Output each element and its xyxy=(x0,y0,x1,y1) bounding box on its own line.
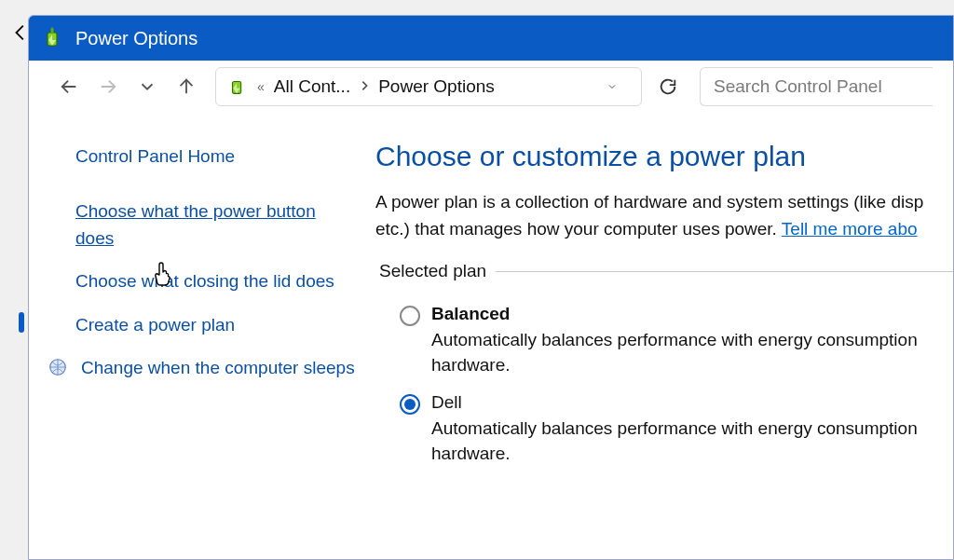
battery-icon xyxy=(42,27,64,49)
desc-line-1: A power plan is a collection of hardware… xyxy=(375,192,923,212)
sidebar-title[interactable]: Control Panel Home xyxy=(75,146,357,167)
sidebar-link-sleep-text: Change when the computer sleeps xyxy=(81,355,355,382)
address-bar[interactable]: « All Cont... Power Options xyxy=(215,67,642,106)
plan-desc-dell: Automatically balances performance with … xyxy=(431,417,953,466)
back-button[interactable] xyxy=(49,67,89,106)
sidebar-link-sleep[interactable]: Change when the computer sleeps xyxy=(75,355,357,382)
plan-desc-balanced: Automatically balances performance with … xyxy=(431,328,953,377)
selected-plan-group: Selected plan Balanced Automatically bal… xyxy=(375,261,953,466)
plan-option-dell[interactable]: Dell Automatically balances performance … xyxy=(375,377,953,466)
address-icon xyxy=(227,76,248,97)
breadcrumb-prefix: « xyxy=(257,79,265,94)
search-placeholder: Search Control Panel xyxy=(714,76,882,97)
up-button[interactable] xyxy=(167,67,206,106)
globe-shield-icon xyxy=(48,357,68,377)
window: Power Options « All Cont... Power Option… xyxy=(28,15,954,560)
nav-row: « All Cont... Power Options Search Contr… xyxy=(29,61,953,113)
titlebar: Power Options xyxy=(29,16,953,61)
desc-line-2: etc.) that manages how your computer use… xyxy=(375,219,782,239)
plan-legend: Selected plan xyxy=(375,261,496,281)
page-description: A power plan is a collection of hardware… xyxy=(375,189,953,242)
page-heading: Choose or customize a power plan xyxy=(375,141,953,172)
sidebar: Control Panel Home Choose what the power… xyxy=(29,113,375,559)
radio-dell[interactable] xyxy=(400,394,420,415)
sidebar-link-lid[interactable]: Choose what closing the lid does xyxy=(75,268,357,295)
content: Choose or customize a power plan A power… xyxy=(375,113,953,559)
breadcrumb-part-0[interactable]: All Cont... xyxy=(274,76,350,97)
radio-balanced[interactable] xyxy=(400,306,420,326)
breadcrumb-part-1[interactable]: Power Options xyxy=(378,76,495,97)
nav-back-outer-icon[interactable] xyxy=(11,22,32,43)
plan-name-dell: Dell xyxy=(431,392,953,413)
refresh-button[interactable] xyxy=(646,67,690,106)
tell-me-more-link[interactable]: Tell me more abo xyxy=(782,219,918,239)
sidebar-link-power-button[interactable]: Choose what the power button does xyxy=(75,198,357,252)
plan-option-balanced[interactable]: Balanced Automatically balances performa… xyxy=(375,289,953,377)
window-title: Power Options xyxy=(75,28,198,49)
sidebar-link-create-plan[interactable]: Create a power plan xyxy=(75,312,357,339)
plan-name-balanced: Balanced xyxy=(431,304,953,324)
search-input[interactable]: Search Control Panel xyxy=(700,67,933,106)
forward-button[interactable] xyxy=(89,67,128,106)
chevron-right-icon xyxy=(360,79,369,94)
address-dropdown[interactable] xyxy=(594,76,630,97)
history-dropdown[interactable] xyxy=(128,67,167,106)
cursor-hand-icon xyxy=(153,261,175,285)
scroll-indicator xyxy=(19,312,24,333)
body: Control Panel Home Choose what the power… xyxy=(29,113,953,559)
